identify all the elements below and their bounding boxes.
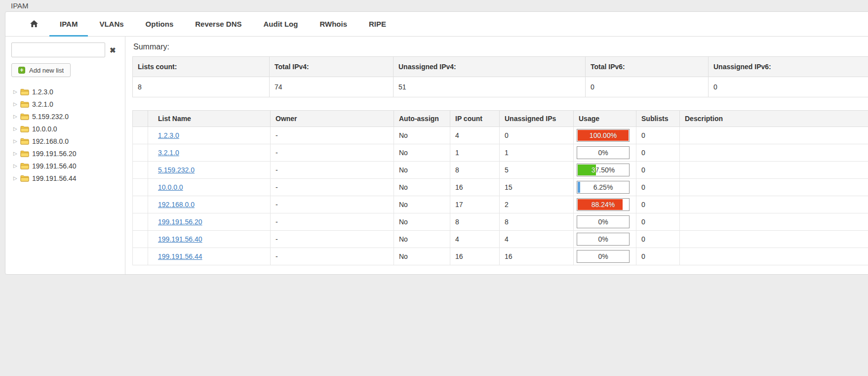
- tab-bar: IPAM VLANs Options Reverse DNS Audit Log…: [5, 12, 868, 37]
- summary-value-unassigned-ipv4: 51: [394, 77, 586, 97]
- list-link[interactable]: 5.159.232.0: [158, 166, 195, 174]
- expander-icon[interactable]: ▷: [13, 175, 20, 181]
- table-header-select: [133, 111, 148, 127]
- usage-bar: 0%0%: [577, 233, 630, 246]
- usage-label: 0%: [577, 147, 629, 159]
- expander-icon[interactable]: ▷: [13, 89, 20, 94]
- tab-ipam[interactable]: IPAM: [49, 12, 88, 36]
- owner-cell: -: [271, 196, 394, 213]
- expander-icon[interactable]: ▷: [13, 163, 20, 168]
- tree-item[interactable]: ▷ 10.0.0.0: [11, 123, 125, 135]
- unassigned-ips-cell: 16: [500, 248, 574, 265]
- tab-audit-log[interactable]: Audit Log: [253, 12, 308, 36]
- tree-item[interactable]: ▷ 199.191.56.20: [11, 147, 125, 160]
- main-content: Summary: Lists count: Total IPv4: Unassi…: [125, 37, 868, 274]
- usage-bar: 88.24%88.24%: [577, 198, 630, 211]
- clear-search-button[interactable]: ✖: [110, 46, 116, 54]
- folder-icon: [20, 163, 29, 169]
- ip-count-cell: 4: [450, 127, 500, 144]
- plus-icon: +: [18, 67, 25, 74]
- list-link[interactable]: 3.2.1.0: [158, 149, 179, 157]
- row-select-cell[interactable]: [133, 248, 148, 265]
- sublists-cell: 0: [636, 127, 680, 144]
- table-header-auto-assign: Auto-assign: [394, 111, 450, 127]
- unassigned-ips-cell: 2: [500, 196, 574, 213]
- owner-cell: -: [271, 231, 394, 248]
- usage-bar: 6.25%6.25%: [577, 181, 630, 194]
- tab-label: Options: [146, 20, 174, 28]
- tree-item-label: 192.168.0.0: [32, 137, 69, 145]
- add-new-list-button[interactable]: + Add new list: [11, 63, 71, 77]
- list-link[interactable]: 199.191.56.44: [158, 252, 202, 260]
- tree-item[interactable]: ▷ 1.2.3.0: [11, 85, 125, 98]
- expander-icon[interactable]: ▷: [13, 151, 20, 156]
- usage-label: 6.25%: [577, 181, 629, 193]
- auto-assign-cell: No: [394, 162, 450, 179]
- description-cell: [680, 144, 868, 162]
- ip-count-cell: 17: [450, 196, 500, 213]
- ip-count-cell: 16: [450, 248, 500, 265]
- unassigned-ips-cell: 15: [500, 179, 574, 196]
- tree-item[interactable]: ▷ 192.168.0.0: [11, 135, 125, 147]
- description-cell: [680, 127, 868, 144]
- row-select-cell[interactable]: [133, 231, 148, 248]
- tree-item-label: 5.159.232.0: [32, 113, 69, 121]
- main-panel: IPAM VLANs Options Reverse DNS Audit Log…: [5, 11, 868, 275]
- tab-reverse-dns[interactable]: Reverse DNS: [185, 12, 252, 36]
- tree-item[interactable]: ▷ 199.191.56.40: [11, 160, 125, 172]
- usage-label: 0%: [577, 251, 629, 262]
- tab-label: Reverse DNS: [195, 20, 241, 28]
- row-select-cell[interactable]: [133, 179, 148, 196]
- expander-icon[interactable]: ▷: [13, 126, 20, 131]
- tab-label: RIPE: [369, 20, 386, 28]
- tree-item-label: 199.191.56.44: [32, 174, 77, 182]
- sublists-cell: 0: [636, 144, 680, 162]
- table-row: 199.191.56.40 - No 4 4 0%0% 0: [133, 231, 868, 248]
- tab-options[interactable]: Options: [135, 12, 184, 36]
- expander-icon[interactable]: ▷: [13, 138, 20, 144]
- ip-count-cell: 8: [450, 213, 500, 231]
- folder-icon: [20, 113, 29, 120]
- expander-icon[interactable]: ▷: [13, 101, 20, 107]
- list-link[interactable]: 199.191.56.40: [158, 235, 202, 243]
- table-header-ip-count: IP count: [450, 111, 500, 127]
- usage-label-overlay: 100.00%: [577, 129, 629, 141]
- ip-count-cell: 4: [450, 231, 500, 248]
- tab-ripe[interactable]: RIPE: [358, 12, 396, 36]
- auto-assign-cell: No: [394, 179, 450, 196]
- list-link[interactable]: 199.191.56.20: [158, 218, 202, 226]
- usage-label-overlay: 88.24%: [577, 199, 629, 210]
- row-select-cell[interactable]: [133, 162, 148, 179]
- auto-assign-cell: No: [394, 248, 450, 265]
- summary-header-unassigned-ipv4: Unassigned IPv4:: [394, 57, 586, 77]
- list-link[interactable]: 10.0.0.0: [158, 183, 183, 191]
- description-cell: [680, 231, 868, 248]
- tree-item-label: 199.191.56.40: [32, 162, 77, 170]
- description-cell: [680, 162, 868, 179]
- row-select-cell[interactable]: [133, 144, 148, 162]
- tab-label: VLANs: [99, 20, 123, 28]
- tab-vlans[interactable]: VLANs: [89, 12, 134, 36]
- usage-label: 0%: [577, 233, 629, 245]
- tree-item-label: 10.0.0.0: [32, 125, 57, 133]
- row-select-cell[interactable]: [133, 196, 148, 213]
- list-link[interactable]: 192.168.0.0: [158, 201, 195, 209]
- table-header-usage: Usage: [574, 111, 636, 127]
- sublists-cell: 0: [636, 196, 680, 213]
- list-tree: ▷ 1.2.3.0 ▷ 3.2.1.0 ▷ 5.159.232.0 ▷: [11, 85, 125, 184]
- unassigned-ips-cell: 1: [500, 144, 574, 162]
- tree-item[interactable]: ▷ 5.159.232.0: [11, 110, 125, 123]
- tab-rwhois[interactable]: RWhois: [309, 12, 357, 36]
- sublists-cell: 0: [636, 179, 680, 196]
- row-select-cell[interactable]: [133, 127, 148, 144]
- table-header-sublists: Sublists: [636, 111, 680, 127]
- row-select-cell[interactable]: [133, 213, 148, 231]
- tree-item[interactable]: ▷ 199.191.56.44: [11, 172, 125, 184]
- search-input[interactable]: [11, 42, 105, 57]
- tab-home[interactable]: [20, 12, 48, 36]
- tree-item[interactable]: ▷ 3.2.1.0: [11, 98, 125, 110]
- table-header-description: Description: [680, 111, 868, 127]
- list-link[interactable]: 1.2.3.0: [158, 131, 179, 139]
- table-row: 3.2.1.0 - No 1 1 0%0% 0: [133, 144, 868, 162]
- expander-icon[interactable]: ▷: [13, 114, 20, 119]
